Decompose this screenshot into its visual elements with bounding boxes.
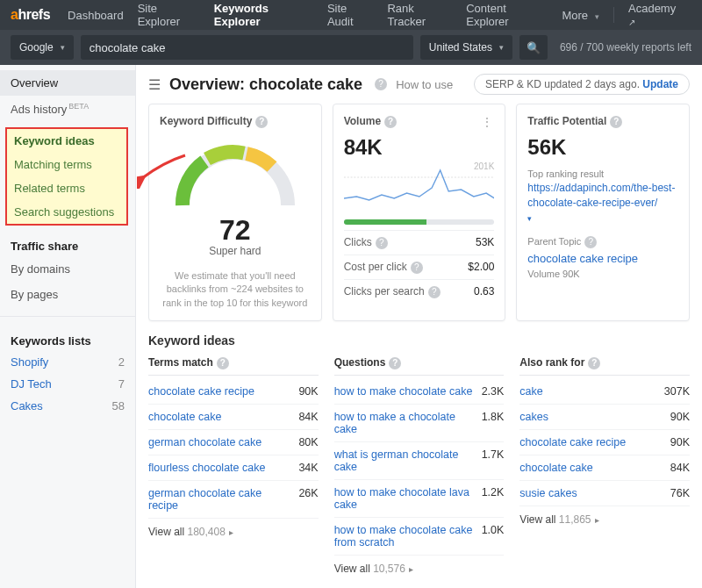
chevron-right-icon: ▸ (229, 527, 233, 537)
ki-row: flourless chocolate cake34K (148, 455, 319, 481)
ki-volume: 84K (298, 411, 318, 423)
ki-row: chocolate cake84K (148, 405, 319, 430)
sidebar-ads-history[interactable]: Ads historyBETA (0, 96, 135, 122)
tp-top-url[interactable]: https://addapinch.com/the-best-chocolate… (527, 181, 678, 211)
more-menu-icon[interactable]: ⋮ (481, 115, 494, 129)
ki-row: how to make chocolate lava cake1.2K (334, 480, 505, 518)
ki-row: what is german chocolate cake1.7K (334, 442, 505, 480)
tp-title: Traffic Potential? (527, 115, 678, 128)
logo[interactable]: ahrefs (11, 7, 50, 23)
ki-keyword[interactable]: chocolate cake (519, 462, 598, 474)
ki-column: Terms match?chocolate cake recipe90Kchoc… (148, 356, 319, 575)
engine-select[interactable]: Google▾ (11, 35, 74, 60)
view-all-link[interactable]: View all 11,865▸ (519, 513, 690, 526)
sidebar-traffic-share-head: Traffic share (0, 231, 135, 256)
traffic-potential-card: Traffic Potential? 56K Top ranking resul… (516, 104, 690, 321)
kd-value: 72 (160, 214, 311, 247)
country-select[interactable]: United States▾ (420, 35, 512, 60)
sidebar-keyword-ideas[interactable]: Keyword ideas (7, 129, 126, 153)
chevron-down-icon[interactable]: ▾ (527, 214, 532, 223)
clicks-bar (344, 219, 495, 225)
view-all-link[interactable]: View all 180,408▸ (148, 526, 319, 538)
tp-top-label: Top ranking result (527, 169, 678, 179)
ki-keyword[interactable]: german chocolate cake (148, 436, 267, 448)
ki-row: chocolate cake recipe90K (148, 379, 319, 405)
ki-row: german chocolate cake80K (148, 430, 319, 455)
parent-topic-link[interactable]: chocolate cake recipe (527, 252, 678, 265)
metric-cps: Clicks per search?0.63 (344, 279, 495, 304)
ki-row: german chocolate cake recipe26K (148, 481, 319, 519)
search-icon: 🔍 (526, 41, 541, 54)
volume-card: Volume? 84K ⋮ 201K Clicks?53K Cost per c… (333, 104, 506, 321)
nav-keywords-explorer[interactable]: Keywords Explorer (214, 2, 313, 28)
help-icon[interactable]: ? (255, 116, 268, 128)
sidebar-by-domains[interactable]: By domains (0, 256, 135, 282)
ki-keyword[interactable]: susie cakes (519, 487, 582, 499)
page-header: ☰ Overview: chocolate cake ? How to use … (148, 74, 690, 95)
help-icon[interactable]: ? (384, 116, 397, 128)
volume-peak: 201K (474, 161, 494, 171)
ki-keyword[interactable]: how to make chocolate cake from scratch (334, 524, 482, 549)
ki-row: cake307K (519, 379, 690, 405)
help-icon[interactable]: ? (428, 286, 441, 298)
ki-keyword[interactable]: how to make chocolate lava cake (334, 486, 482, 511)
ki-volume: 84K (670, 462, 690, 474)
sidebar-list-cakes[interactable]: Cakes58 (0, 395, 135, 417)
help-icon[interactable]: ? (375, 78, 387, 90)
beta-badge: BETA (68, 102, 89, 111)
sidebar: Overview Ads historyBETA Keyword ideas M… (0, 65, 136, 588)
nav-content-explorer[interactable]: Content Explorer (466, 2, 548, 28)
sidebar-overview[interactable]: Overview (0, 70, 135, 96)
nav-divider (613, 7, 614, 23)
sidebar-related-terms[interactable]: Related terms (7, 176, 126, 200)
search-button[interactable]: 🔍 (519, 35, 548, 60)
ki-keyword[interactable]: how to make chocolate cake (334, 385, 478, 398)
ki-keyword[interactable]: cake (519, 385, 548, 398)
help-icon[interactable]: ? (588, 357, 600, 369)
ki-keyword[interactable]: how to make a chocolate cake (334, 411, 482, 435)
chevron-down-icon: ▾ (61, 43, 65, 52)
help-icon[interactable]: ? (389, 357, 401, 369)
sidebar-lists-head: Keywords lists (0, 326, 135, 351)
kd-description: We estimate that you'll need backlinks f… (160, 269, 311, 310)
nav-rank-tracker[interactable]: Rank Tracker (387, 2, 452, 28)
nav-dashboard[interactable]: Dashboard (68, 9, 124, 22)
sidebar-list-shopify[interactable]: Shopify2 (0, 351, 135, 373)
sidebar-list-djtech[interactable]: DJ Tech7 (0, 373, 135, 395)
ki-row: how to make a chocolate cake1.8K (334, 405, 505, 442)
how-to-use-link[interactable]: How to use (396, 78, 453, 91)
update-link[interactable]: Update (642, 78, 678, 90)
top-nav: ahrefs Dashboard Site Explorer Keywords … (0, 0, 702, 30)
ki-volume: 1.0K (482, 524, 505, 549)
nav-academy[interactable]: Academy ↗ (628, 2, 684, 28)
ki-keyword[interactable]: german chocolate cake recipe (148, 487, 298, 512)
keyword-input[interactable] (81, 35, 413, 60)
sidebar-matching-terms[interactable]: Matching terms (7, 153, 126, 176)
metric-clicks: Clicks?53K (344, 230, 495, 255)
help-icon[interactable]: ? (584, 236, 597, 248)
help-icon[interactable]: ? (217, 357, 229, 369)
ki-keyword[interactable]: chocolate cake recipe (148, 385, 260, 398)
ki-volume: 1.8K (482, 411, 505, 435)
ki-keyword[interactable]: flourless chocolate cake (148, 462, 270, 474)
nav-more[interactable]: More▾ (562, 9, 599, 22)
ki-keyword[interactable]: chocolate cake (148, 411, 226, 423)
kd-card: Keyword Difficulty? 72 Super hard We est… (148, 104, 322, 321)
view-all-link[interactable]: View all 10,576▸ (334, 563, 505, 575)
reports-remaining: 696 / 700 weekly reports left (560, 41, 691, 54)
ki-column: Also rank for?cake307Kcakes90Kchocolate … (519, 356, 690, 575)
help-icon[interactable]: ? (376, 237, 388, 249)
help-icon[interactable]: ? (610, 116, 622, 128)
ki-row: how to make chocolate cake from scratch1… (334, 518, 505, 556)
parent-topic-volume: Volume 90K (527, 269, 678, 279)
ki-keyword[interactable]: cakes (519, 411, 554, 423)
nav-site-explorer[interactable]: Site Explorer (138, 2, 200, 28)
ki-keyword[interactable]: what is german chocolate cake (334, 448, 482, 473)
ki-keyword[interactable]: chocolate cake recipe (519, 436, 631, 448)
nav-site-audit[interactable]: Site Audit (327, 2, 373, 28)
kd-gauge (165, 135, 305, 214)
sidebar-by-pages[interactable]: By pages (0, 282, 135, 307)
sidebar-search-suggestions[interactable]: Search suggestions (7, 200, 126, 224)
menu-icon[interactable]: ☰ (148, 76, 161, 93)
help-icon[interactable]: ? (411, 262, 423, 274)
